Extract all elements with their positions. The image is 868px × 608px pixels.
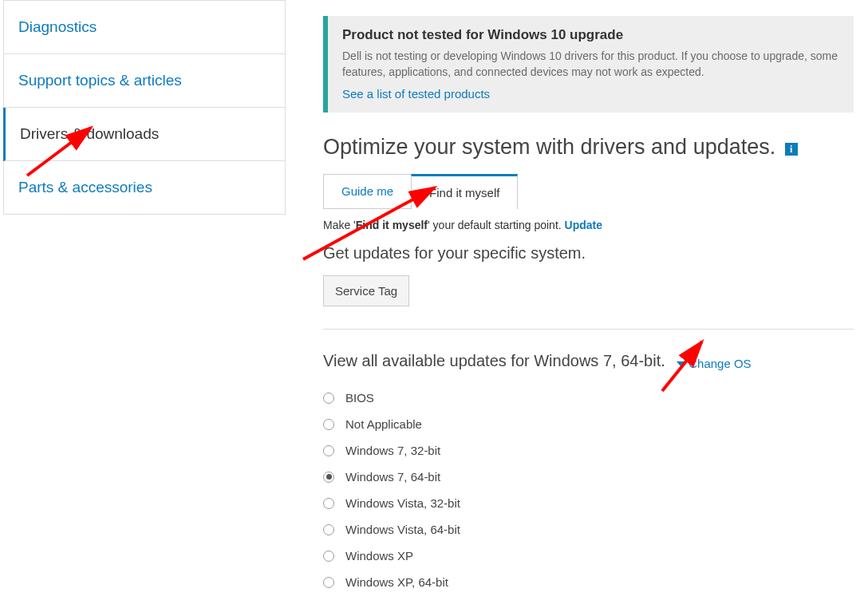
tabs: Guide me Find it myself <box>323 174 854 209</box>
os-option-label: Windows XP <box>345 549 413 563</box>
os-option-xp-64[interactable]: Windows XP, 64-bit <box>323 575 854 589</box>
os-option-label: Windows Vista, 32-bit <box>345 496 460 510</box>
radio-icon <box>323 393 334 404</box>
sidebar-item-label: Diagnostics <box>18 18 97 35</box>
info-icon[interactable]: i <box>785 143 798 156</box>
sidebar-item-support-topics[interactable]: Support topics & articles <box>3 54 286 108</box>
os-option-win7-64[interactable]: Windows 7, 64-bit <box>323 470 854 484</box>
radio-icon <box>323 419 334 430</box>
sidebar-item-diagnostics[interactable]: Diagnostics <box>3 0 286 54</box>
sidebar-item-drivers-downloads[interactable]: Drivers & downloads <box>3 108 286 161</box>
main-content: Product not tested for Windows 10 upgrad… <box>323 16 854 602</box>
default-line-bold: Find it myself <box>356 219 428 231</box>
os-option-label: Not Applicable <box>345 417 422 431</box>
service-tag-button[interactable]: Service Tag <box>323 275 409 306</box>
os-option-bios[interactable]: BIOS <box>323 391 854 405</box>
os-option-label: Windows XP, 64-bit <box>345 575 448 589</box>
radio-icon <box>323 498 334 509</box>
radio-icon <box>323 577 334 588</box>
sidebar-item-parts-accessories[interactable]: Parts & accessories <box>3 161 286 215</box>
view-updates-row: View all available updates for Windows 7… <box>323 352 854 371</box>
sidebar-item-label: Parts & accessories <box>18 179 152 195</box>
alert-box: Product not tested for Windows 10 upgrad… <box>323 16 854 113</box>
os-option-label: Windows 7, 64-bit <box>345 470 440 484</box>
tab-label: Find it myself <box>429 186 499 199</box>
radio-icon-checked <box>323 472 334 483</box>
default-line-prefix: Make ' <box>323 219 356 231</box>
tab-find-it-myself[interactable]: Find it myself <box>411 174 518 209</box>
default-line-suffix: ' your default starting point. <box>428 219 565 231</box>
alert-body: Dell is not testing or developing Window… <box>342 48 839 81</box>
radio-icon <box>323 524 334 535</box>
change-os-link[interactable]: Change OS <box>677 357 751 370</box>
tab-label: Guide me <box>341 184 393 198</box>
os-option-list: BIOS Not Applicable Windows 7, 32-bit Wi… <box>323 391 854 589</box>
radio-icon <box>323 445 334 456</box>
os-option-vista-64[interactable]: Windows Vista, 64-bit <box>323 523 854 536</box>
os-option-not-applicable[interactable]: Not Applicable <box>323 417 854 431</box>
sidebar-item-label: Support topics & articles <box>18 72 182 89</box>
sidebar: Diagnostics Support topics & articles Dr… <box>3 0 286 215</box>
os-option-label: Windows Vista, 64-bit <box>345 523 460 536</box>
default-starting-point-line: Make 'Find it myself' your default start… <box>323 219 854 231</box>
alert-link-tested-products[interactable]: See a list of tested products <box>342 87 490 101</box>
update-link[interactable]: Update <box>565 219 602 231</box>
radio-icon <box>323 551 334 562</box>
alert-title: Product not tested for Windows 10 upgrad… <box>342 27 839 43</box>
change-os-label: Change OS <box>688 357 751 370</box>
os-option-vista-32[interactable]: Windows Vista, 32-bit <box>323 496 854 510</box>
os-option-label: BIOS <box>345 391 374 405</box>
os-option-label: Windows 7, 32-bit <box>345 444 440 457</box>
os-option-win7-32[interactable]: Windows 7, 32-bit <box>323 444 854 457</box>
tab-guide-me[interactable]: Guide me <box>323 174 412 209</box>
os-option-xp[interactable]: Windows XP <box>323 549 854 563</box>
page-heading: Optimize your system with drivers and up… <box>323 135 854 160</box>
sidebar-item-label: Drivers & downloads <box>20 125 159 142</box>
divider <box>323 329 854 330</box>
caret-down-icon <box>677 361 685 366</box>
service-tag-label: Service Tag <box>335 284 397 298</box>
page-heading-text: Optimize your system with drivers and up… <box>323 135 775 159</box>
sub-heading-get-updates: Get updates for your specific system. <box>323 244 854 263</box>
view-heading: View all available updates for Windows 7… <box>323 352 665 369</box>
